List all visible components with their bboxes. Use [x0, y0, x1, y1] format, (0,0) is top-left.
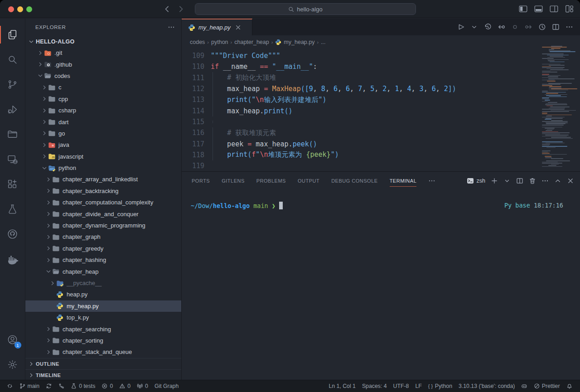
activity-docker[interactable] [0, 247, 25, 271]
code-line-117[interactable]: 117 peek = max_heap.peek() [182, 138, 580, 149]
navigate-forward-icon[interactable] [177, 5, 186, 14]
activity-remote-explorer[interactable] [0, 147, 25, 172]
run-dropdown-icon[interactable] [470, 23, 478, 31]
activity-testing[interactable] [0, 197, 25, 222]
tree-item-chapter-dynamic-programming[interactable]: chapter_dynamic_programming [25, 220, 181, 231]
status-git-graph[interactable]: Git Graph [151, 383, 182, 389]
panel-tab-output[interactable]: OUTPUT [298, 172, 319, 190]
customize-layout-icon[interactable] [565, 5, 574, 13]
nav-back-icon[interactable] [498, 23, 505, 31]
close-window-button[interactable] [8, 6, 14, 12]
tree-item--github[interactable]: .github [25, 58, 181, 70]
breadcrumb-item[interactable]: codes [190, 39, 205, 45]
run-button[interactable] [457, 23, 464, 31]
code-line-115[interactable]: 115 [182, 116, 580, 127]
run-timer-icon[interactable] [538, 23, 546, 31]
tree-item-go[interactable]: go [25, 128, 181, 139]
terminal[interactable]: ~/Dow/hello-algo main ❯ Py base 18:17:16 [182, 190, 580, 209]
split-terminal-icon[interactable] [516, 177, 523, 184]
terminal-dropdown-icon[interactable] [503, 177, 511, 184]
code-line-110[interactable]: 110if __name__ == "__main__": [182, 61, 580, 72]
code-line-111[interactable]: 111 # 初始化大顶堆 [182, 73, 580, 83]
tree-item-python[interactable]: python [25, 162, 181, 174]
activity-search[interactable] [0, 47, 25, 72]
status-eol[interactable]: LF [412, 383, 425, 389]
code-line-116[interactable]: 116 # 获取堆顶元素 [182, 127, 580, 138]
breadcrumb-item[interactable]: my_heap.py [284, 39, 314, 45]
activity-github[interactable] [0, 222, 25, 247]
tree-item-java[interactable]: java [25, 139, 181, 150]
status-git-branch[interactable]: main [16, 383, 43, 389]
minimap[interactable] [542, 46, 577, 168]
tree-item-chapter-array-and-linkedlist[interactable]: chapter_array_and_linkedlist [25, 174, 181, 185]
activity-run-and-debug[interactable] [0, 97, 25, 122]
more-actions-icon[interactable] [566, 23, 573, 31]
status-ports-forwarded[interactable]: 0 [134, 383, 151, 389]
panel-tab-problems[interactable]: PROBLEMS [256, 172, 286, 190]
activity-explorer[interactable] [0, 22, 25, 47]
status-gitlens-compare[interactable] [55, 383, 68, 389]
tree-item-chapter-greedy[interactable]: chapter_greedy [25, 243, 181, 254]
tree-item-dart[interactable]: dart [25, 116, 181, 127]
status-notifications[interactable] [563, 383, 576, 389]
breadcrumb-item[interactable]: python [211, 39, 228, 45]
code-line-118[interactable]: 118 print(f"\n堆顶元素为 {peek}") [182, 150, 580, 160]
maximize-panel-icon[interactable] [554, 177, 561, 184]
tree-item-csharp[interactable]: csharp [25, 105, 181, 116]
minimize-window-button[interactable] [17, 6, 23, 12]
status-copilot[interactable] [518, 383, 531, 389]
tree-item-heap-py[interactable]: heap.py [25, 289, 181, 300]
section-outline[interactable]: OUTLINE [25, 358, 181, 370]
tab-my-heap-py[interactable]: my_heap.py [182, 19, 252, 35]
panel-more-icon[interactable] [541, 177, 549, 184]
tree-item-my-heap-py[interactable]: my_heap.py [25, 300, 181, 312]
status-tests-status[interactable]: 0 tests [68, 383, 98, 389]
tree-item--git[interactable]: .git [25, 47, 181, 58]
activity-accounts[interactable]: 1 [0, 327, 25, 352]
code-line-114[interactable]: 114 max_heap.print() [182, 105, 580, 116]
breadcrumb-item[interactable]: ... [321, 39, 325, 45]
zoom-window-button[interactable] [26, 6, 32, 12]
tree-item-chapter-sorting[interactable]: chapter_sorting [25, 335, 181, 346]
panel-tab-debug-console[interactable]: DEBUG CONSOLE [331, 172, 377, 190]
navigate-back-icon[interactable] [162, 5, 171, 14]
tree-item-chapter-hashing[interactable]: chapter_hashing [25, 254, 181, 266]
activity-settings[interactable] [0, 352, 25, 377]
tree-item-c[interactable]: c [25, 82, 181, 93]
activity-extensions[interactable] [0, 172, 25, 197]
panel-tabs-more-icon[interactable] [428, 177, 435, 184]
tree-item-cpp[interactable]: cpp [25, 93, 181, 105]
status-language-mode[interactable]: { }Python [425, 383, 455, 389]
status-indentation[interactable]: Spaces: 4 [359, 383, 390, 389]
tree-item-chapter-stack-and-queue[interactable]: chapter_stack_and_queue [25, 346, 181, 358]
status-remote-indicator[interactable] [4, 383, 16, 389]
split-editor-icon[interactable] [552, 23, 560, 31]
tree-item-javascript[interactable]: JSjavascript [25, 151, 181, 162]
nav-forward-icon[interactable] [525, 23, 532, 31]
panel-tab-terminal[interactable]: TERMINAL [390, 172, 417, 190]
code-editor[interactable]: 109"""Driver Code"""110if __name__ == "_… [182, 48, 580, 171]
activity-file-explorer[interactable] [0, 122, 25, 147]
shell-selector[interactable]: zsh [467, 177, 485, 184]
status-encoding[interactable]: UTF-8 [390, 383, 412, 389]
activity-source-control[interactable] [0, 72, 25, 97]
status-problems-warnings[interactable]: 0 [116, 383, 134, 389]
kill-terminal-icon[interactable] [529, 177, 536, 184]
breadcrumb-item[interactable]: chapter_heap [234, 39, 269, 45]
tree-item-top-k-py[interactable]: top_k.py [25, 312, 181, 323]
tree-item-chapter-computational-complexity[interactable]: chapter_computational_complexity [25, 197, 181, 208]
toggle-panel-icon[interactable] [534, 5, 543, 13]
section-timeline[interactable]: TIMELINE [25, 369, 181, 380]
code-line-119[interactable]: 119 [182, 160, 580, 171]
panel-tab-ports[interactable]: PORTS [192, 172, 210, 190]
breadcrumb[interactable]: codes›python›chapter_heap›my_heap.py›... [182, 35, 580, 48]
tree-item-codes[interactable]: codes [25, 70, 181, 82]
tree-root-hello-algo[interactable]: HELLO-ALGO [25, 36, 181, 47]
tree-item--pycache-[interactable]: __pycache__ [25, 277, 181, 289]
nav-circle-icon[interactable] [511, 23, 519, 31]
status-python-interpreter[interactable]: 3.10.13 ('base': conda) [455, 383, 518, 389]
code-line-109[interactable]: 109"""Driver Code""" [182, 50, 580, 61]
panel-tab-gitlens[interactable]: GITLENS [222, 172, 245, 190]
tree-item-chapter-divide-and-conquer[interactable]: chapter_divide_and_conquer [25, 208, 181, 219]
new-terminal-icon[interactable] [491, 177, 498, 184]
